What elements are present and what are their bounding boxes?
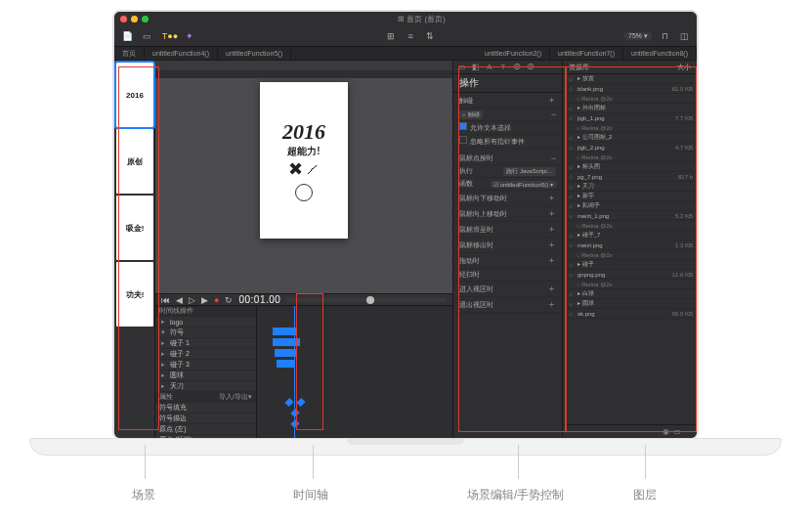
layer-row[interactable]: ○jigb_2.png4.7 KB	[563, 143, 697, 153]
align-select-icon[interactable]: ⊓	[658, 29, 671, 43]
event-row[interactable]: 鼠标向上移动时＋	[453, 206, 562, 222]
record-icon[interactable]: ●	[214, 295, 219, 305]
layer-row[interactable]: ○meizi.png1.3 KB	[563, 240, 697, 250]
layer-row[interactable]: ○▸ 私绸子	[563, 201, 697, 211]
event-row[interactable]: 拖动时＋	[453, 253, 562, 269]
document-tabs: 首页 untitledFunction4() untitledFunction5…	[114, 47, 697, 61]
tab-fn5[interactable]: untitledFunction5()	[218, 47, 291, 60]
play-icon[interactable]: ▷	[189, 295, 195, 305]
cb-text-select[interactable]: 允许文本选择	[453, 121, 562, 135]
step-back-icon[interactable]: ◀	[176, 295, 183, 305]
laptop-notch	[347, 439, 464, 445]
prop-row[interactable]: 原点 (左)	[155, 424, 256, 435]
rect-icon[interactable]: ▭	[457, 63, 467, 72]
track-row[interactable]: ▸logo	[155, 317, 256, 328]
file-icon[interactable]: 📄	[120, 29, 134, 43]
more-icon[interactable]: ⋯	[685, 427, 693, 436]
track-row[interactable]: ▸碰子 2	[155, 349, 256, 360]
tab-fn7[interactable]: untitledFunction7()	[550, 47, 623, 60]
track-area[interactable]	[257, 306, 452, 438]
layout-icon[interactable]: ▭	[140, 29, 153, 43]
jump-start-icon[interactable]: ⏮	[161, 295, 170, 305]
scene-thumb[interactable]: 吸金!	[116, 196, 153, 260]
prop-row[interactable]: 符号填充	[155, 403, 256, 414]
metrics-icon[interactable]: ◧	[471, 63, 481, 72]
layer-row[interactable]: ○▸ 白球	[563, 289, 697, 299]
right-column: ▭ ◧ A T ⦿ ⦿ 操作 触碰＋ ⌕ 触碰− 允许文本选择 忽略所有指针事件…	[452, 61, 697, 438]
minimize-icon[interactable]	[131, 16, 138, 22]
event-row[interactable]: 鼠标滑至时＋	[453, 222, 562, 238]
step-fwd-icon[interactable]: ▶	[201, 295, 208, 305]
track-row[interactable]: ▾符号	[155, 328, 256, 338]
timeline-body: 时间线操作 ▸logo ▾符号 ▸碰子 1 ▸碰子 2 ▸碰子 3 ▸圆球 ▸天…	[155, 306, 452, 438]
artboard[interactable]: 2016 超能力! ✖︎⟋	[260, 82, 348, 239]
zoom-select[interactable]: 75% ▾	[624, 32, 652, 40]
layer-row[interactable]: ○▸ 圆球	[563, 299, 697, 309]
titlebar: ⊞ 首页 (首页)	[114, 12, 697, 25]
circle-icon	[295, 184, 313, 201]
layer-row[interactable]: ○meizi_1.png5.2 KB	[563, 211, 697, 221]
event-row[interactable]: 鼠标向下移动时＋	[453, 191, 562, 206]
event-row[interactable]: 进入视区时＋	[453, 282, 562, 297]
zoom-icon[interactable]	[142, 16, 149, 22]
align-icon[interactable]: ≡	[404, 29, 417, 43]
event-row[interactable]: 鼠标移出时＋	[453, 238, 562, 253]
text-tool-icon[interactable]: T●●	[163, 29, 177, 43]
scene-thumb[interactable]: 原创	[116, 129, 153, 194]
new-layer-icon[interactable]: ▭	[673, 427, 681, 436]
layers-footer: ◉ ▭ ⋯	[563, 424, 697, 438]
track-row[interactable]: ▸碰子 1	[155, 338, 256, 349]
layers-header: 资源库大小	[563, 61, 697, 74]
layer-sub: ○ Retina @2x	[563, 123, 697, 133]
layer-row[interactable]: ○▸ 标头图	[563, 162, 697, 172]
canvas[interactable]: 2016 超能力! ✖︎⟋	[155, 78, 452, 293]
layer-row[interactable]: ○▸ 放置	[563, 74, 697, 84]
layer-row[interactable]: ○▸ 碰子_7	[563, 231, 697, 240]
layer-row[interactable]: ○▸ 外出图标	[563, 104, 697, 113]
tab-fn8[interactable]: untitledFunction8()	[623, 47, 697, 60]
prop-row[interactable]: 符号描边	[155, 414, 256, 424]
layer-row[interactable]: ○sk.png90.0 KB	[563, 309, 697, 319]
tab-fn2[interactable]: untitledFunction2()	[477, 47, 550, 60]
loop-icon[interactable]: ↻	[225, 295, 233, 305]
group-icon[interactable]: ⊞	[384, 29, 398, 43]
type-icon[interactable]: A	[485, 63, 494, 72]
track-row[interactable]: ▸圆球	[155, 371, 256, 381]
event-row[interactable]: 退出视区时＋	[453, 297, 562, 313]
add-icon[interactable]: ＋	[547, 94, 556, 107]
event-row[interactable]: 轻扫时	[453, 269, 562, 282]
layer-row[interactable]: ○▸ 公司图标_2	[563, 133, 697, 143]
track-list[interactable]: 时间线操作 ▸logo ▾符号 ▸碰子 1 ▸碰子 2 ▸碰子 3 ▸圆球 ▸天…	[155, 306, 257, 438]
layer-row[interactable]: ○pg_7.png817 b	[563, 172, 697, 182]
scene-label: 原创	[127, 156, 143, 167]
scene-thumb[interactable]: 2016	[116, 63, 153, 127]
track-row[interactable]: ▸天刀	[155, 381, 256, 392]
tab-home[interactable]: 首页	[114, 47, 145, 60]
action-select[interactable]: 执行跑行 JavaScript…	[453, 165, 562, 178]
layer-row[interactable]: ○gnpng.png11.6 KB	[563, 270, 697, 280]
layer-row[interactable]: ○▸ 新字	[563, 192, 697, 201]
tab-fn4[interactable]: untitledFunction4()	[145, 47, 218, 60]
window-controls	[120, 16, 149, 22]
canvas-column: 2016 超能力! ✖︎⟋ ⏮ ◀ ▷ ▶ ● ↻ 00:01.00	[155, 61, 452, 438]
ops-touch-btn[interactable]: ⌕ 触碰−	[453, 109, 562, 121]
app-window: ⊞ 首页 (首页) 📄 ▭ T●● ✦ ⊞ ≡ ⇅ 75% ▾ ⊓ ◫	[114, 12, 697, 438]
cb-ignore-pointer[interactable]: 忽略所有指针事件	[453, 135, 562, 149]
visibility-icon[interactable]: ◉	[662, 427, 669, 436]
fn-select[interactable]: 函数☑ untitledFunction5() ▾	[453, 178, 562, 191]
physics-icon[interactable]: ⦿	[526, 63, 535, 72]
layer-list[interactable]: ○▸ 放置○blank.png61.0 KB○ Retina @2x○▸ 外出图…	[563, 74, 697, 424]
library-icon[interactable]: ◫	[677, 29, 691, 43]
mouse-icon[interactable]: ⦿	[512, 63, 522, 72]
close-icon[interactable]	[120, 16, 127, 22]
layer-row[interactable]: ○▸ 碰子	[563, 260, 697, 270]
symbol-tool-icon[interactable]: ✦	[183, 29, 196, 43]
text-icon[interactable]: T	[498, 63, 508, 72]
order-icon[interactable]: ⇅	[423, 29, 437, 43]
scene-thumb[interactable]: 功夫!	[116, 262, 153, 327]
layer-row[interactable]: ○▸ 天刀	[563, 182, 697, 192]
layer-row[interactable]: ○blank.png61.0 KB	[563, 84, 697, 94]
scene-label: 2016	[126, 91, 144, 100]
layer-row[interactable]: ○jigb_1.png7.7 KB	[563, 113, 697, 123]
track-row[interactable]: ▸碰子 3	[155, 360, 256, 371]
